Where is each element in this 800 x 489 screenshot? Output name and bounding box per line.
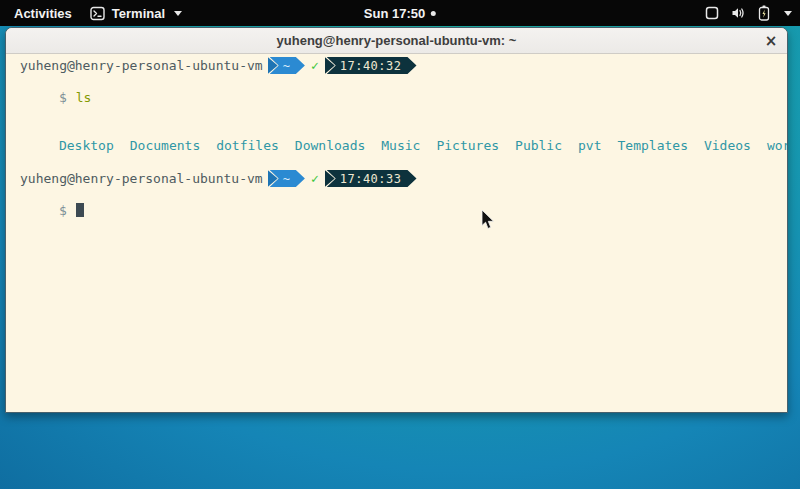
terminal-window: yuheng@henry-personal-ubuntu-vm: ~ × yuh… [5, 27, 788, 413]
top-bar: Activities Terminal Sun 17:50 [0, 0, 800, 26]
notification-dot [431, 11, 436, 16]
prompt-symbol: $ [59, 90, 67, 105]
prompt-line-2: yuheng@henry-personal-ubuntu-vm ~ ✓ 17:4… [20, 170, 785, 187]
close-icon[interactable]: × [761, 31, 781, 51]
clock-button[interactable]: Sun 17:50 [364, 0, 436, 26]
status-check-icon: ✓ [311, 58, 319, 74]
directory-name: workspace [767, 138, 787, 153]
window-title: yuheng@henry-personal-ubuntu-vm: ~ [277, 33, 517, 48]
clock-label: Sun 17:50 [364, 6, 425, 21]
activities-button[interactable]: Activities [10, 6, 76, 21]
directory-name: Pictures [436, 138, 499, 153]
app-menu-label: Terminal [112, 6, 165, 21]
input-line[interactable]: $ [12, 187, 785, 235]
prompt-line-1: yuheng@henry-personal-ubuntu-vm ~ ✓ 17:4… [20, 57, 785, 74]
directory-name: Public [515, 138, 562, 153]
app-menu-terminal[interactable]: Terminal [90, 6, 182, 21]
chevron-down-icon [174, 11, 182, 16]
directory-name: Documents [130, 138, 200, 153]
directory-name: pvt [578, 138, 601, 153]
directory-name: Downloads [295, 138, 365, 153]
command-line: $ls [12, 74, 785, 122]
terminal-app-icon [90, 6, 105, 21]
screen-icon [705, 6, 719, 20]
status-check-icon: ✓ [311, 171, 319, 187]
ls-output: DesktopDocumentsdotfilesDownloadsMusicPi… [12, 122, 785, 170]
volume-icon [731, 6, 746, 20]
system-status-area[interactable] [705, 0, 792, 26]
prompt-symbol: $ [59, 203, 67, 218]
typed-command: ls [76, 90, 92, 105]
directory-name: Music [381, 138, 420, 153]
prompt-user-host: yuheng@henry-personal-ubuntu-vm [20, 58, 263, 74]
prompt-time-segment: 17:40:33 [327, 170, 417, 187]
directory-name: dotfiles [216, 138, 279, 153]
directory-name: Desktop [59, 138, 114, 153]
battery-charging-icon [758, 5, 770, 21]
directory-name: Videos [704, 138, 751, 153]
prompt-user-host: yuheng@henry-personal-ubuntu-vm [20, 171, 263, 187]
terminal-screen[interactable]: yuheng@henry-personal-ubuntu-vm ~ ✓ 17:4… [6, 54, 787, 412]
mouse-pointer-icon [481, 210, 495, 234]
chevron-down-icon [784, 11, 792, 16]
text-cursor [76, 203, 84, 217]
directory-name: Templates [618, 138, 688, 153]
prompt-time-segment: 17:40:32 [327, 57, 417, 74]
window-titlebar[interactable]: yuheng@henry-personal-ubuntu-vm: ~ × [6, 28, 787, 54]
